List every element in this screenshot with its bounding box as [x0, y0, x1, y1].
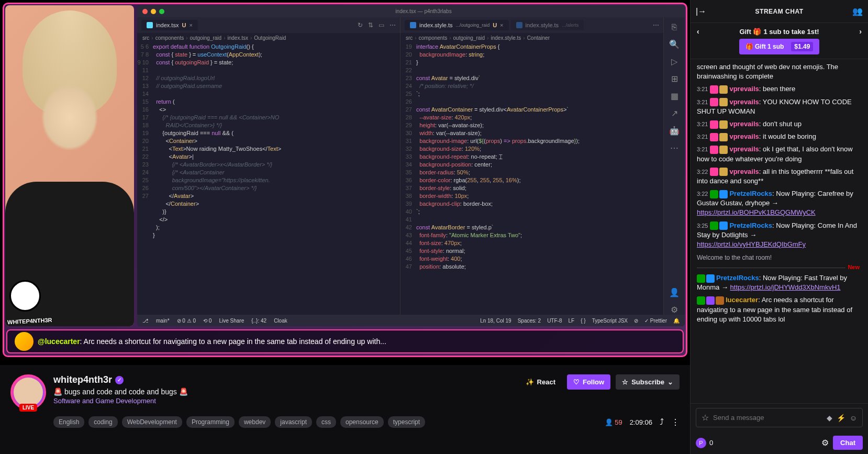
gift-sub-button[interactable]: 🎁 Gift 1 sub $1.49 — [739, 39, 820, 54]
tag-opensource[interactable]: opensource — [340, 416, 384, 428]
bolt-icon[interactable]: ⚡ — [837, 414, 845, 422]
featured-text: : Arc needs a shortcut for navigating to… — [80, 337, 386, 346]
channel-avatar[interactable]: LIVE — [10, 374, 46, 410]
liveshare-indicator[interactable]: Live Share — [219, 318, 244, 324]
chat-settings-icon[interactable]: ⚙ — [821, 438, 829, 448]
ts-icon — [410, 22, 416, 28]
more-icon[interactable]: ⋯ — [670, 143, 678, 153]
stream-title: 🚨 bugs and code and code and bugs 🚨 — [53, 387, 512, 396]
language-indicator[interactable]: { } — [581, 318, 585, 324]
prettier-indicator[interactable]: ✓ Prettier — [644, 318, 667, 324]
close-icon[interactable]: × — [189, 22, 192, 28]
spaces-indicator[interactable]: Spaces: 2 — [518, 318, 541, 324]
video-player: WHITEP4NTH3R index.tsx — p4nth3rlabs — [0, 0, 690, 365]
verified-icon: ✓ — [115, 376, 124, 384]
run-icon[interactable]: ▷ — [671, 57, 677, 67]
code-editor[interactable]: export default function OutgoingRaid() {… — [153, 43, 400, 315]
gift-prev-arrow[interactable]: ‹ — [697, 27, 699, 36]
tag-webdev[interactable]: webdev — [239, 416, 271, 428]
tag-javascript[interactable]: javascript — [275, 416, 312, 428]
breadcrumb[interactable]: src › components › outgoing_raid › index… — [137, 33, 400, 43]
chat-panel: |→ STREAM CHAT 👥 ‹ Gift 🎁 1 sub to take … — [690, 0, 868, 454]
language-mode[interactable]: TypeScript JSX — [592, 318, 628, 324]
tag-WebDevelopment[interactable]: WebDevelopment — [122, 416, 182, 428]
layout-icon[interactable]: ▦ — [671, 91, 678, 101]
tag-css[interactable]: css — [316, 416, 336, 428]
vscode-title: index.tsx — p4nth3rlabs — [168, 8, 680, 14]
badge-icon[interactable]: ☆ — [702, 413, 709, 423]
channel-points[interactable]: P 0 — [696, 438, 713, 448]
subscribe-button[interactable]: ☆ Subscribe ⌄ — [616, 374, 680, 390]
compare-icon[interactable]: ⇅ — [368, 21, 373, 29]
new-divider: New — [697, 268, 862, 268]
chat-message: 3:25PretzelRocks: Now Playing: Come In A… — [697, 221, 862, 250]
tag-coding[interactable]: coding — [88, 416, 117, 428]
chat-send-button[interactable]: Chat — [833, 436, 863, 450]
chat-messages[interactable]: screen and thought of web dev not emojis… — [691, 59, 868, 403]
tab-index-style-alerts[interactable]: index.style.ts .../alerts — [511, 20, 584, 30]
stream-category[interactable]: Software and Game Development — [53, 397, 156, 405]
vscode-window: index.tsx — p4nth3rlabs index.tsx U × — [137, 5, 685, 326]
tab-index-style-ts[interactable]: index.style.ts .../outgoing_raid U × — [405, 20, 509, 30]
branch-indicator[interactable]: main* — [156, 318, 170, 324]
chat-message: 3:21vprevails: ok I get that, I also don… — [697, 145, 862, 163]
vscode-activity-bar: ⎘ 🔍 ▷ ⊞ ▦ ↗ 🤖 ⋯ 👤 ⚙ — [664, 17, 685, 315]
mac-close-icon — [142, 9, 148, 14]
mac-maximize-icon — [159, 9, 164, 14]
eol-indicator[interactable]: LF — [568, 318, 574, 324]
tag-typescript[interactable]: typescript — [388, 416, 425, 428]
search-icon[interactable]: 🔍 — [669, 39, 680, 49]
tab-index-tsx[interactable]: index.tsx U × — [141, 20, 198, 30]
community-icon[interactable]: 👥 — [852, 6, 863, 16]
cloak-indicator[interactable]: Cloak — [274, 318, 287, 324]
cursor-position[interactable]: Ln 18, Col 19 — [480, 318, 511, 324]
tag-English[interactable]: English — [53, 416, 84, 428]
remote-icon[interactable]: ⎇ — [142, 318, 149, 324]
bell-icon[interactable]: 🔔 — [673, 318, 680, 324]
cheer-icon[interactable]: ◆ — [827, 414, 832, 422]
tags-row: EnglishcodingWebDevelopmentProgrammingwe… — [53, 416, 425, 428]
code-editor[interactable]: interface AvatarContainerProps { backgro… — [416, 43, 663, 315]
problems-indicator[interactable]: ⊘ 0 ⚠ 0 — [177, 318, 196, 324]
vscode-status-bar: ⎇ main* ⊘ 0 ⚠ 0 ⟲ 0 Live Share {..}: 42 … — [137, 315, 685, 326]
chevron-down-icon: ⌄ — [667, 378, 673, 386]
close-icon[interactable]: × — [500, 22, 503, 28]
chat-input[interactable] — [713, 414, 822, 422]
share-icon[interactable]: ↗ — [671, 108, 678, 118]
share-icon[interactable]: ⤴ — [660, 417, 664, 427]
history-icon[interactable]: ↻ — [358, 21, 363, 29]
line-gutter: 19 20 21 22 23 24 25 26 27 28 29 30 31 3… — [400, 43, 416, 315]
eslint-indicator[interactable]: ⊘ — [634, 318, 638, 324]
ports-indicator[interactable]: ⟲ 0 — [203, 318, 212, 324]
webcam-feed: WHITEP4NTH3R — [5, 5, 134, 326]
chat-message: 3:21vprevails: it would be boring — [697, 132, 862, 141]
uptime: 2:09:06 — [630, 418, 652, 426]
more-options-icon[interactable]: ⋮ — [671, 417, 680, 427]
bot-icon[interactable]: 🤖 — [669, 126, 680, 136]
tag-Programming[interactable]: Programming — [186, 416, 235, 428]
chat-message: 3:21vprevails: YOU KNOW HOW TO CODE SHUT… — [697, 97, 862, 116]
chat-message: lucecarter: Arc needs a shortcut for nav… — [697, 295, 862, 324]
extensions-icon[interactable]: ⊞ — [671, 74, 678, 84]
welcome-message: Welcome to the chat room! — [697, 253, 862, 262]
channel-name[interactable]: whitep4nth3r — [53, 374, 112, 385]
breadcrumb[interactable]: src › components › outgoing_raid › index… — [400, 33, 663, 43]
emote-icon[interactable]: ☺ — [850, 414, 857, 422]
react-button[interactable]: ✨ React — [519, 374, 562, 390]
gift-next-arrow[interactable]: › — [859, 27, 862, 36]
collapse-icon[interactable]: |→ — [696, 7, 706, 16]
gear-icon[interactable]: ⚙ — [671, 305, 678, 315]
braces-indicator[interactable]: {..}: 42 — [251, 318, 266, 324]
more-icon[interactable]: ⋯ — [653, 21, 659, 29]
viewer-count: 👤 59 — [605, 418, 622, 426]
split-icon[interactable]: ▭ — [379, 21, 384, 29]
vscode-left-pane: index.tsx U × ↻ ⇅ ▭ ⋯ — [137, 17, 400, 315]
more-icon[interactable]: ⋯ — [390, 21, 396, 29]
copy-icon[interactable]: ⎘ — [672, 23, 677, 32]
chat-message: 3:21vprevails: been there — [697, 84, 862, 94]
follow-button[interactable]: ♡ Follow — [567, 374, 610, 390]
account-icon[interactable]: 👤 — [669, 287, 680, 297]
chat-message: 3:21vprevails: don't shut up — [697, 119, 862, 129]
chat-message: 3:22PretzelRocks: Now Playing: Carefree … — [697, 189, 862, 218]
encoding-indicator[interactable]: UTF-8 — [547, 318, 562, 324]
